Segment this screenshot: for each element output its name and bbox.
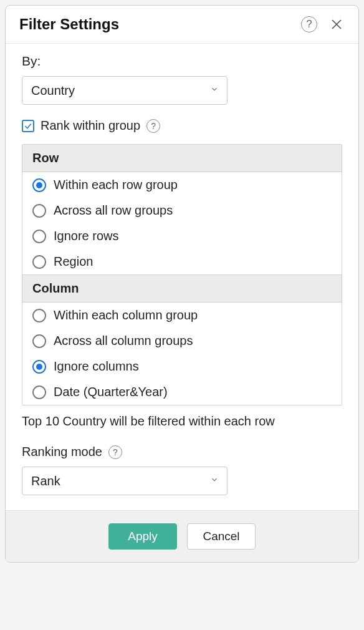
ranking-mode-select[interactable]: Rank [22,467,228,495]
by-label: By: [22,54,342,69]
help-icon[interactable]: ? [108,445,122,459]
dialog-body: By: Country Rank within group ? Row With… [6,44,358,510]
radio-within-each-column-group[interactable]: Within each column group [22,303,342,328]
by-select-value: Country [31,84,75,98]
radio-label: Region [54,254,93,269]
filter-summary: Top 10 Country will be filtered within e… [22,414,342,429]
by-select[interactable]: Country [22,76,228,105]
dialog-footer: Apply Cancel [6,510,358,562]
cancel-button[interactable]: Cancel [187,523,256,550]
radio-across-all-column-groups[interactable]: Across all column groups [22,328,342,354]
by-select-wrap: Country [22,76,228,105]
close-icon[interactable] [328,16,345,32]
radio-icon [32,309,46,322]
apply-button[interactable]: Apply [108,523,177,550]
radio-date-quarter-year[interactable]: Date (Quarter&Year) [22,379,342,405]
ranking-mode-label-row: Ranking mode ? [22,445,342,459]
radio-region[interactable]: Region [22,249,342,274]
header-icons: ? [301,16,345,32]
rank-within-group-label: Rank within group [41,119,140,133]
radio-label: Within each row group [54,178,178,192]
radio-label: Ignore columns [54,359,139,374]
radio-label: Ignore rows [54,229,119,243]
radio-ignore-rows[interactable]: Ignore rows [22,223,342,249]
dialog-title: Filter Settings [19,16,119,33]
radio-icon [32,255,46,269]
group-box: Row Within each row group Across all row… [22,144,342,405]
column-group-header: Column [22,274,342,303]
radio-icon [32,204,46,218]
filter-settings-dialog: Filter Settings ? By: Country Rank with [5,5,359,563]
row-radio-list: Within each row group Across all row gro… [22,172,342,274]
help-icon[interactable]: ? [146,119,160,133]
radio-label: Date (Quarter&Year) [54,385,168,399]
help-icon[interactable]: ? [301,16,317,32]
rank-within-group-row: Rank within group ? [22,119,342,133]
ranking-mode-value: Rank [31,474,60,488]
radio-across-all-row-groups[interactable]: Across all row groups [22,198,342,223]
ranking-mode-label: Ranking mode [22,445,102,459]
dialog-header: Filter Settings ? [6,6,358,44]
column-radio-list: Within each column group Across all colu… [22,303,342,405]
rank-within-group-checkbox[interactable] [22,120,34,132]
radio-within-each-row-group[interactable]: Within each row group [22,172,342,198]
radio-icon [32,334,46,348]
radio-icon [32,178,46,192]
radio-label: Across all row groups [54,203,173,218]
radio-ignore-columns[interactable]: Ignore columns [22,354,342,379]
radio-icon [32,360,46,374]
radio-label: Within each column group [54,308,198,322]
radio-icon [32,385,46,399]
ranking-mode-select-wrap: Rank [22,467,228,495]
radio-icon [32,230,46,243]
row-group-header: Row [22,145,342,172]
radio-label: Across all column groups [54,334,193,348]
